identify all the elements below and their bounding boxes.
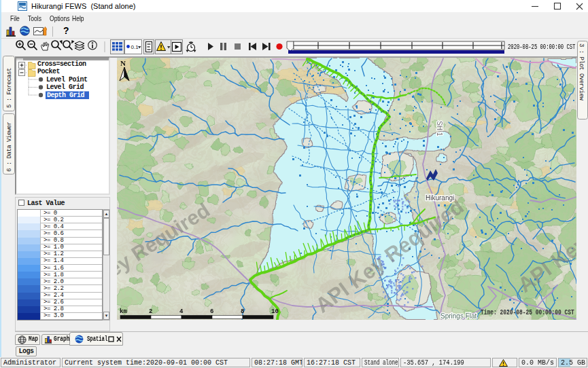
svg-text:10: 10 — [271, 308, 279, 315]
svg-text:3 : Plot Overview: 3 : Plot Overview — [578, 43, 585, 100]
svg-text:6: 6 — [210, 308, 213, 315]
svg-text:4: 4 — [179, 308, 184, 315]
svg-text:Time: 2020-08-25 00:00:00 CST: Time: 2020-08-25 00:00:00 CST — [481, 308, 574, 317]
svg-text:SH 1: SH 1 — [436, 121, 443, 136]
svg-text:5 : Forecast: 5 : Forecast — [6, 68, 13, 108]
svg-text:2: 2 — [149, 308, 152, 315]
svg-text:N: N — [120, 59, 126, 67]
svg-text:Springs Flat: Springs Flat — [440, 312, 477, 320]
svg-text:8: 8 — [241, 308, 244, 315]
svg-text:km: km — [120, 308, 127, 315]
svg-text:0.1: 0.1 — [131, 44, 139, 50]
svg-text:6 : Data Viewer: 6 : Data Viewer — [6, 122, 13, 172]
svg-text:Hikurangi: Hikurangi — [426, 194, 454, 202]
